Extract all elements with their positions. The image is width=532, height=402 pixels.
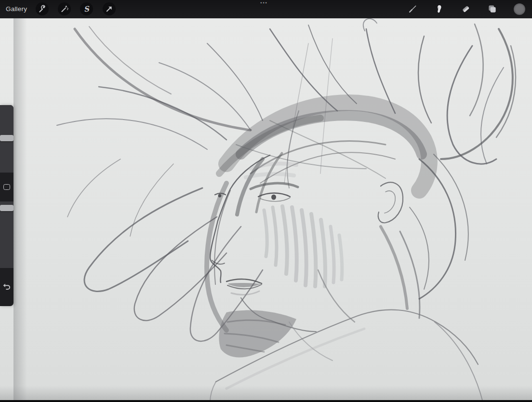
opacity-slider[interactable] [0,201,13,268]
selection-s-icon: S [83,4,90,13]
opacity-handle[interactable] [0,205,13,211]
system-multitask-handle[interactable]: ••• [257,0,271,5]
layers-button[interactable] [486,2,499,15]
transform-arrow-icon [105,5,113,13]
smudge-icon [434,4,444,14]
paint-tool-button[interactable] [406,2,419,15]
magic-wand-icon [60,5,68,13]
brush-size-slider[interactable] [0,105,13,173]
modify-button[interactable] [0,173,13,201]
procreate-window: Gallery S [0,0,532,402]
top-toolbar: Gallery S [0,0,532,18]
eraser-icon [461,4,471,14]
wrench-icon [38,5,46,13]
brush-sidebar [0,105,13,306]
adjustments-button[interactable] [58,2,71,15]
color-swatch[interactable] [514,3,525,15]
screen-bottom-edge [0,400,532,402]
drawing-canvas[interactable] [0,0,532,402]
brush-size-handle[interactable] [0,135,13,141]
brush-icon [408,4,418,14]
undo-arrow-icon [2,283,11,292]
erase-tool-button[interactable] [459,2,472,15]
gallery-button[interactable]: Gallery [6,0,27,18]
selection-button[interactable]: S [80,2,93,15]
undo-button[interactable] [0,268,13,306]
smudge-tool-button[interactable] [432,2,445,15]
transform-button[interactable] [103,2,116,15]
layers-icon [487,4,497,14]
actions-button[interactable] [36,2,49,15]
modify-square-icon [3,184,10,190]
